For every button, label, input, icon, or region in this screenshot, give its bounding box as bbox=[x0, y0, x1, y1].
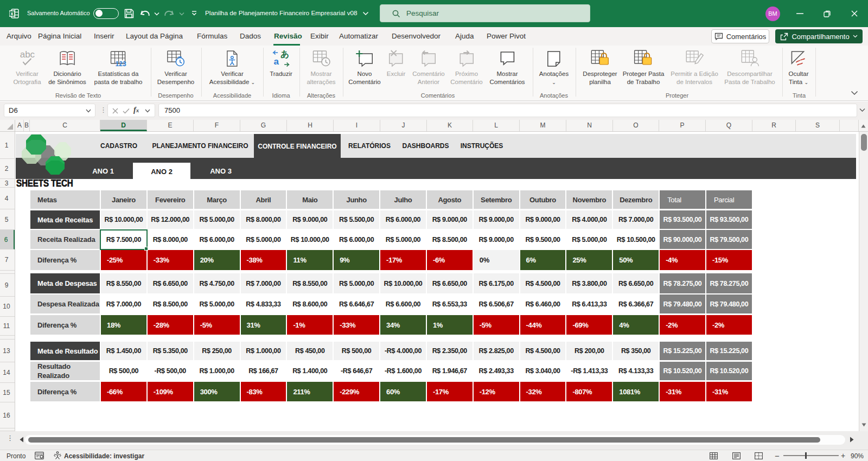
svg-text:123: 123 bbox=[116, 60, 126, 67]
svg-text:a: a bbox=[273, 56, 279, 67]
svg-text:abc: abc bbox=[20, 50, 35, 60]
svg-text:x: x bbox=[10, 11, 13, 16]
svg-text:あ: あ bbox=[280, 49, 289, 59]
